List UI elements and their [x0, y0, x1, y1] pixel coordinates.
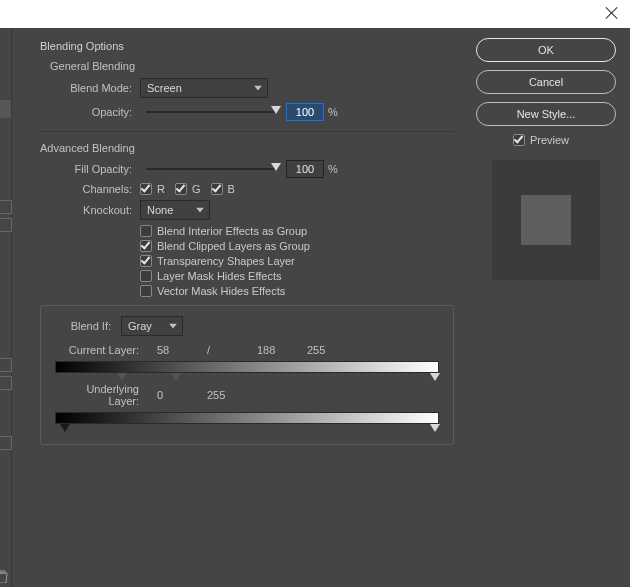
advanced-checkbox-list: Blend Interior Effects as Group Blend Cl… [140, 225, 454, 297]
knockout-label: Knockout: [40, 204, 132, 216]
gradient-stop-icon[interactable] [171, 373, 181, 381]
knockout-value: None [147, 204, 173, 216]
advanced-blending-title: Advanced Blending [40, 142, 454, 154]
transparency-shapes-checkbox[interactable]: Transparency Shapes Layer [140, 255, 295, 267]
slider-thumb-icon[interactable] [271, 163, 281, 171]
checkbox-icon [140, 225, 152, 237]
close-icon[interactable] [604, 6, 618, 20]
underlying-layer-label: Underlying Layer: [55, 383, 139, 407]
chevron-down-icon [169, 324, 177, 329]
opacity-slider[interactable] [146, 111, 276, 113]
checkbox-icon [175, 183, 187, 195]
underlying-layer-values: 0 255 [157, 389, 231, 401]
blend-mode-label: Blend Mode: [40, 82, 132, 94]
layer-style-dialog: Blending Options General Blending Blend … [0, 0, 630, 587]
preview-checkbox[interactable]: Preview [513, 134, 569, 146]
titlebar [0, 0, 630, 28]
blend-if-dropdown[interactable]: Gray [121, 316, 183, 336]
opacity-label: Opacity: [40, 106, 132, 118]
selected-style-tab[interactable] [0, 100, 11, 118]
right-panel: OK Cancel New Style... Preview [468, 28, 630, 587]
checkbox-icon [211, 183, 223, 195]
slider-thumb-icon[interactable] [271, 106, 281, 114]
fx-add-stub[interactable] [0, 376, 12, 390]
vector-mask-hides-checkbox[interactable]: Vector Mask Hides Effects [140, 285, 285, 297]
blend-mode-dropdown[interactable]: Screen [140, 78, 268, 98]
ok-button[interactable]: OK [476, 38, 616, 62]
fill-opacity-label: Fill Opacity: [40, 163, 132, 175]
channel-r-checkbox[interactable]: R [140, 183, 165, 195]
fx-add-stub[interactable] [0, 200, 12, 214]
checkbox-icon [140, 183, 152, 195]
opacity-input[interactable]: 100 [286, 103, 324, 121]
gradient-stop-icon[interactable] [430, 424, 440, 432]
current-layer-gradient[interactable] [55, 361, 439, 373]
new-style-button[interactable]: New Style... [476, 102, 616, 126]
blend-if-label: Blend If: [55, 320, 111, 332]
main-panel: Blending Options General Blending Blend … [12, 28, 468, 587]
fill-opacity-slider[interactable] [146, 168, 276, 170]
channel-g-checkbox[interactable]: G [175, 183, 201, 195]
checkbox-icon [140, 255, 152, 267]
fx-add-stub[interactable] [0, 436, 12, 450]
checkbox-icon [140, 240, 152, 252]
gradient-stop-icon[interactable] [60, 424, 70, 432]
fx-add-stub[interactable] [0, 218, 12, 232]
blend-if-value: Gray [128, 320, 152, 332]
blend-mode-value: Screen [147, 82, 182, 94]
checkbox-icon [140, 270, 152, 282]
blend-clipped-checkbox[interactable]: Blend Clipped Layers as Group [140, 240, 310, 252]
divider [40, 131, 454, 132]
chevron-down-icon [254, 86, 262, 91]
percent-label: % [328, 106, 338, 118]
fill-opacity-input[interactable]: 100 [286, 160, 324, 178]
percent-label: % [328, 163, 338, 175]
blend-interior-checkbox[interactable]: Blend Interior Effects as Group [140, 225, 307, 237]
general-blending-title: General Blending [50, 60, 454, 72]
blending-options-title: Blending Options [40, 40, 454, 52]
layer-mask-hides-checkbox[interactable]: Layer Mask Hides Effects [140, 270, 282, 282]
underlying-layer-gradient[interactable] [55, 412, 439, 424]
knockout-dropdown[interactable]: None [140, 200, 210, 220]
checkbox-icon [140, 285, 152, 297]
gradient-stop-icon[interactable] [430, 373, 440, 381]
preview-swatch [492, 160, 600, 280]
trash-icon[interactable] [0, 570, 8, 583]
channel-b-checkbox[interactable]: B [211, 183, 235, 195]
current-layer-values: 58 / 188 255 [157, 344, 331, 356]
current-layer-label: Current Layer: [55, 344, 139, 356]
blend-if-group: Blend If: Gray Current Layer: 58 / 188 2… [40, 305, 454, 445]
styles-left-strip [0, 28, 12, 587]
fx-add-stub[interactable] [0, 358, 12, 372]
cancel-button[interactable]: Cancel [476, 70, 616, 94]
gradient-stop-icon[interactable] [117, 373, 127, 381]
client-area: Blending Options General Blending Blend … [0, 28, 630, 587]
channels-label: Channels: [40, 183, 132, 195]
checkbox-icon [513, 134, 525, 146]
preview-inner [521, 195, 571, 245]
chevron-down-icon [196, 208, 204, 213]
